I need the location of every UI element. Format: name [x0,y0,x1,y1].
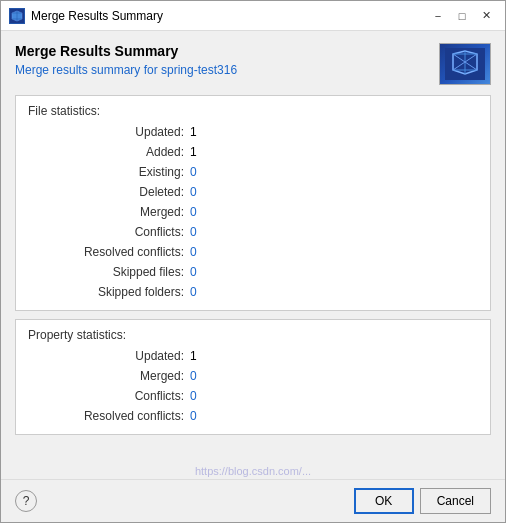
stat-value: 0 [188,285,197,299]
stat-label: Resolved conflicts: [28,245,188,259]
cancel-button[interactable]: Cancel [420,488,491,514]
close-button[interactable]: ✕ [475,7,497,25]
header-text: Merge Results Summary Merge results summ… [15,43,429,77]
table-row: Updated:1 [28,346,478,366]
app-icon [9,8,25,24]
table-row: Conflicts:0 [28,222,478,242]
footer-buttons: OK Cancel [354,488,491,514]
dialog-subtitle: Merge results summary for spring-test316 [15,63,429,77]
main-window: Merge Results Summary − □ ✕ Merge Result… [0,0,506,523]
stat-label: Conflicts: [28,389,188,403]
table-row: Resolved conflicts:0 [28,242,478,262]
table-row: Existing:0 [28,162,478,182]
title-bar: Merge Results Summary − □ ✕ [1,1,505,31]
window-controls: − □ ✕ [427,7,497,25]
stat-label: Resolved conflicts: [28,409,188,423]
help-button[interactable]: ? [15,490,37,512]
stats-container: File statistics: Updated:1Added:1Existin… [15,95,491,457]
app-logo [439,43,491,85]
stat-label: Existing: [28,165,188,179]
stat-value: 0 [188,185,197,199]
title-bar-left: Merge Results Summary [9,8,163,24]
watermark: https://blog.csdn.com/... [1,465,505,479]
stat-label: Updated: [28,125,188,139]
stat-label: Updated: [28,349,188,363]
content-area: Merge Results Summary Merge results summ… [1,31,505,465]
stat-value: 0 [188,245,197,259]
stat-value: 1 [188,125,197,139]
table-row: Skipped folders:0 [28,282,478,302]
stat-value: 0 [188,225,197,239]
title-bar-text: Merge Results Summary [31,9,163,23]
stat-label: Conflicts: [28,225,188,239]
stat-value: 0 [188,165,197,179]
table-row: Merged:0 [28,366,478,386]
stat-value: 0 [188,409,197,423]
table-row: Skipped files:0 [28,262,478,282]
minimize-button[interactable]: − [427,7,449,25]
property-statistics-box: Property statistics: Updated:1Merged:0Co… [15,319,491,435]
dialog-title: Merge Results Summary [15,43,429,59]
stat-value: 0 [188,265,197,279]
stat-label: Skipped folders: [28,285,188,299]
stat-label: Added: [28,145,188,159]
ok-button[interactable]: OK [354,488,414,514]
table-row: Resolved conflicts:0 [28,406,478,426]
footer: ? OK Cancel [1,479,505,522]
stat-label: Deleted: [28,185,188,199]
stat-value: 0 [188,205,197,219]
stat-value: 1 [188,145,197,159]
stat-label: Merged: [28,369,188,383]
table-row: Conflicts:0 [28,386,478,406]
stat-value: 1 [188,349,197,363]
maximize-button[interactable]: □ [451,7,473,25]
table-row: Merged:0 [28,202,478,222]
stat-value: 0 [188,389,197,403]
file-statistics-box: File statistics: Updated:1Added:1Existin… [15,95,491,311]
prop-stats-label: Property statistics: [28,328,478,342]
stat-label: Skipped files: [28,265,188,279]
table-row: Deleted:0 [28,182,478,202]
stat-label: Merged: [28,205,188,219]
file-stats-label: File statistics: [28,104,478,118]
table-row: Updated:1 [28,122,478,142]
table-row: Added:1 [28,142,478,162]
prop-stats-rows: Updated:1Merged:0Conflicts:0Resolved con… [28,346,478,426]
stat-value: 0 [188,369,197,383]
file-stats-rows: Updated:1Added:1Existing:0Deleted:0Merge… [28,122,478,302]
header-section: Merge Results Summary Merge results summ… [15,43,491,85]
